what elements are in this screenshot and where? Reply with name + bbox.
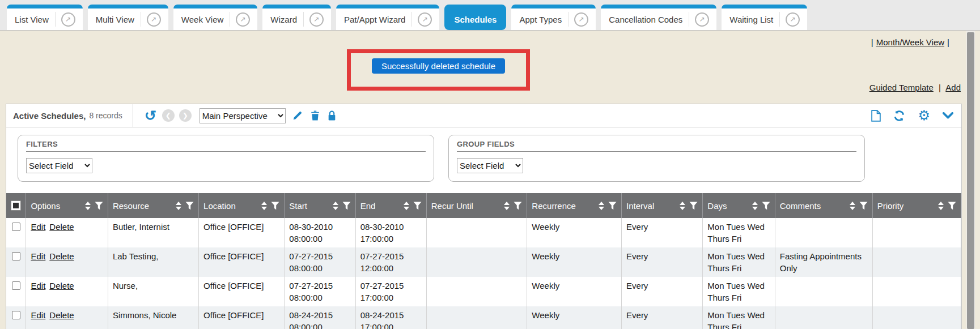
- cell-priority: [872, 247, 961, 277]
- filters-select-field[interactable]: Select Field: [26, 158, 92, 173]
- column-header-content: End: [360, 201, 422, 211]
- sort-icon[interactable]: [404, 202, 409, 210]
- column-header-end[interactable]: End: [355, 193, 426, 218]
- sort-icon[interactable]: [680, 202, 685, 210]
- row-checkbox[interactable]: [12, 311, 20, 319]
- column-header-location[interactable]: Location: [199, 193, 285, 218]
- collapse-chevron-icon[interactable]: [943, 112, 953, 119]
- tab-label: Wizard: [270, 15, 303, 24]
- cell-start: 07-27-2015 08:00:00: [285, 277, 355, 306]
- trash-icon[interactable]: [311, 110, 320, 121]
- column-header-resource[interactable]: Resource: [108, 193, 198, 218]
- column-header-options[interactable]: Options: [26, 193, 108, 218]
- select-all-checkbox[interactable]: [11, 200, 21, 211]
- new-document-icon[interactable]: [871, 110, 881, 122]
- popout-arrow-icon[interactable]: ↗: [786, 12, 800, 27]
- filter-funnel-icon[interactable]: [948, 202, 956, 210]
- filter-funnel-icon[interactable]: [689, 202, 698, 210]
- popout-arrow-icon[interactable]: ↗: [61, 12, 75, 27]
- tab-pat-appt-wizard[interactable]: Pat/Appt Wizard↗: [336, 5, 439, 30]
- cell-start: 08-24-2015 08:00:00: [285, 306, 355, 329]
- column-header-start[interactable]: Start: [285, 193, 355, 218]
- filter-funnel-icon[interactable]: [608, 202, 617, 210]
- scrollbar-track[interactable]: [966, 31, 975, 329]
- row-checkbox[interactable]: [12, 223, 20, 231]
- filter-funnel-icon[interactable]: [185, 202, 194, 210]
- row-checkbox[interactable]: [12, 281, 20, 290]
- sort-icon[interactable]: [85, 202, 91, 210]
- column-header-priority[interactable]: Priority: [872, 193, 961, 218]
- cell-interval: Every: [622, 218, 703, 247]
- popout-arrow-icon[interactable]: ↗: [574, 12, 588, 27]
- sort-icon[interactable]: [333, 202, 338, 210]
- undo-icon[interactable]: ↺: [145, 109, 156, 123]
- tab-multi-view[interactable]: Multi View↗: [88, 5, 168, 30]
- sort-icon[interactable]: [850, 202, 855, 210]
- filter-funnel-icon[interactable]: [413, 202, 422, 210]
- select-all-header[interactable]: [6, 193, 26, 218]
- popout-arrow-icon[interactable]: ↗: [695, 12, 709, 27]
- row-checkbox[interactable]: [12, 252, 20, 260]
- next-perspective-button[interactable]: ❯: [179, 109, 192, 122]
- prev-perspective-button[interactable]: ❮: [162, 109, 175, 122]
- cell-recur-until: [426, 277, 527, 306]
- edit-link[interactable]: Edit: [31, 310, 45, 320]
- group-fields-select-field[interactable]: Select Field: [457, 158, 523, 173]
- sort-icon[interactable]: [752, 202, 758, 210]
- delete-link[interactable]: Delete: [49, 281, 74, 290]
- popout-arrow-icon[interactable]: ↗: [147, 12, 161, 27]
- delete-link[interactable]: Delete: [49, 222, 74, 232]
- edit-link[interactable]: Edit: [31, 251, 45, 261]
- tab-week-view[interactable]: Week View↗: [173, 5, 257, 30]
- tab-list-view[interactable]: List View↗: [7, 5, 83, 30]
- tab-schedules[interactable]: Schedules: [444, 5, 506, 30]
- filter-funnel-icon[interactable]: [514, 202, 522, 210]
- cell-days: Mon Tues Wed Thurs Fri: [703, 218, 775, 247]
- popout-arrow-icon[interactable]: ↗: [309, 12, 324, 27]
- column-header-comments[interactable]: Comments: [775, 193, 872, 218]
- column-header-content: Priority: [877, 201, 956, 211]
- tab-cancellation-codes[interactable]: Cancellation Codes↗: [601, 5, 716, 30]
- cell-location: Office [OFFICE]: [199, 218, 285, 247]
- edit-link[interactable]: Edit: [31, 281, 45, 290]
- guided-template-link[interactable]: Guided Template: [869, 83, 934, 92]
- column-header-recur-until[interactable]: Recur Until: [426, 193, 527, 218]
- sort-icon[interactable]: [261, 202, 267, 210]
- scrollbar-thumb[interactable]: [967, 32, 974, 329]
- cell-comments: [775, 306, 872, 329]
- refresh-icon[interactable]: [893, 110, 905, 122]
- cell-checkbox: [6, 218, 26, 247]
- popout-arrow-icon[interactable]: ↗: [236, 12, 250, 27]
- filter-funnel-icon[interactable]: [95, 202, 103, 210]
- filter-funnel-icon[interactable]: [271, 202, 279, 210]
- tab-wizard[interactable]: Wizard↗: [262, 5, 331, 30]
- column-header-days[interactable]: Days: [703, 193, 775, 218]
- cell-recurrence: Weekly: [527, 218, 622, 247]
- cell-days: Mon Tues Wed Thurs Fri: [703, 306, 775, 329]
- sort-icon[interactable]: [504, 202, 510, 210]
- tab-label: Week View: [181, 15, 230, 24]
- delete-link[interactable]: Delete: [49, 251, 74, 261]
- sort-icon[interactable]: [176, 202, 181, 210]
- tab-label: List View: [15, 15, 55, 24]
- column-header-interval[interactable]: Interval: [622, 193, 703, 218]
- tab-waiting-list[interactable]: Waiting List↗: [722, 5, 807, 30]
- lock-icon[interactable]: [328, 110, 336, 121]
- filter-funnel-icon[interactable]: [859, 202, 868, 210]
- cell-recurrence: Weekly: [527, 306, 622, 329]
- perspective-select[interactable]: Main Perspective: [200, 108, 286, 123]
- tab-divider: [411, 12, 412, 27]
- column-header-recurrence[interactable]: Recurrence: [527, 193, 622, 218]
- sort-icon[interactable]: [599, 202, 604, 210]
- add-link[interactable]: Add: [945, 83, 961, 92]
- edit-link[interactable]: Edit: [31, 222, 45, 232]
- edit-pencil-icon[interactable]: [292, 110, 303, 121]
- month-week-view-link[interactable]: Month/Week View: [876, 37, 944, 47]
- delete-link[interactable]: Delete: [49, 310, 74, 320]
- tab-appt-types[interactable]: Appt Types↗: [511, 5, 596, 30]
- settings-gear-icon[interactable]: ⚙: [918, 109, 930, 122]
- filter-funnel-icon[interactable]: [762, 202, 770, 210]
- sort-icon[interactable]: [938, 202, 944, 210]
- filter-funnel-icon[interactable]: [342, 202, 351, 210]
- popout-arrow-icon[interactable]: ↗: [418, 12, 432, 27]
